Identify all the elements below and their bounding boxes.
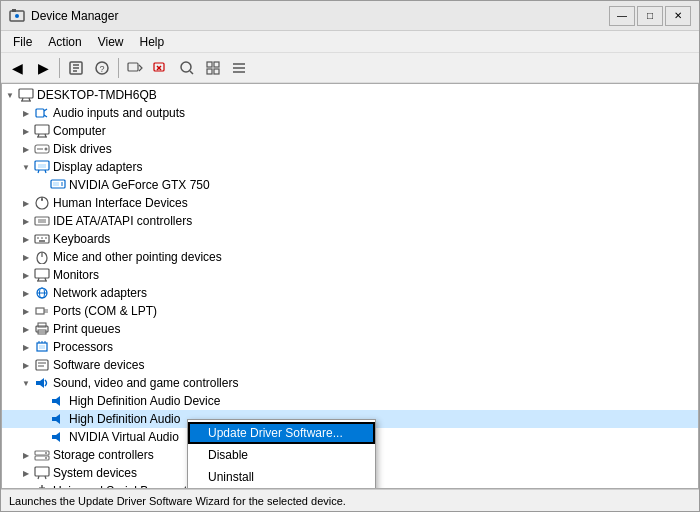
uninstall-button[interactable] xyxy=(149,56,173,80)
hd-audio-label: High Definition Audio xyxy=(69,410,180,428)
tree-item-print-queues[interactable]: ▶ Print queues xyxy=(2,320,698,338)
svg-rect-39 xyxy=(38,164,46,168)
print-queues-icon xyxy=(34,321,50,337)
tree-item-software-devices[interactable]: ▶ Software devices xyxy=(2,356,698,374)
root-label: DESKTOP-TMDH6QB xyxy=(37,86,157,104)
storage-toggle[interactable]: ▶ xyxy=(18,446,34,464)
tree-item-network[interactable]: ▶ Network adapters xyxy=(2,284,698,302)
sound-toggle[interactable]: ▼ xyxy=(18,374,34,392)
svg-rect-26 xyxy=(36,109,44,117)
svg-marker-85 xyxy=(56,432,60,442)
tree-root[interactable]: ▼ DESKTOP-TMDH6QB xyxy=(2,86,698,104)
toolbar-separator-2 xyxy=(118,58,119,78)
tree-item-monitors[interactable]: ▶ Monitors xyxy=(2,266,698,284)
menu-file[interactable]: File xyxy=(5,33,40,51)
ide-toggle[interactable]: ▶ xyxy=(18,212,34,230)
processors-toggle[interactable]: ▶ xyxy=(18,338,34,356)
title-bar: Device Manager — □ ✕ xyxy=(1,1,699,31)
tree-item-hd-audio-device[interactable]: High Definition Audio Device xyxy=(2,392,698,410)
svg-text:?: ? xyxy=(99,64,104,74)
menu-view[interactable]: View xyxy=(90,33,132,51)
hd-audio-icon xyxy=(50,411,66,427)
svg-rect-18 xyxy=(214,69,219,74)
update-driver-button[interactable] xyxy=(123,56,147,80)
monitors-label: Monitors xyxy=(53,266,99,284)
context-menu-uninstall[interactable]: Uninstall xyxy=(188,466,375,488)
keyboards-label: Keyboards xyxy=(53,230,110,248)
ide-label: IDE ATA/ATAPI controllers xyxy=(53,212,192,230)
svg-point-89 xyxy=(45,457,47,459)
disk-drives-icon xyxy=(34,141,50,157)
tree-item-disk-drives[interactable]: ▶ Disk drives xyxy=(2,140,698,158)
svg-rect-41 xyxy=(53,182,59,186)
tree-item-sound[interactable]: ▼ Sound, video and game controllers xyxy=(2,374,698,392)
system-devices-toggle[interactable]: ▶ xyxy=(18,464,34,482)
window-controls: — □ ✕ xyxy=(609,6,691,26)
network-icon xyxy=(34,285,50,301)
svg-rect-84 xyxy=(52,435,56,439)
tree-item-processors[interactable]: ▶ Processors xyxy=(2,338,698,356)
menu-help[interactable]: Help xyxy=(132,33,173,51)
collapse-button[interactable] xyxy=(201,56,225,80)
audio-inputs-toggle[interactable]: ▶ xyxy=(18,104,34,122)
menu-action[interactable]: Action xyxy=(40,33,89,51)
tree-item-nvidia-gtx[interactable]: NVIDIA GeForce GTX 750 xyxy=(2,176,698,194)
tree-item-audio-inputs[interactable]: ▶ Audio inputs and outputs xyxy=(2,104,698,122)
print-queues-toggle[interactable]: ▶ xyxy=(18,320,34,338)
properties-button[interactable] xyxy=(64,56,88,80)
display-adapters-toggle[interactable]: ▼ xyxy=(18,158,34,176)
device-manager-window: Device Manager — □ ✕ File Action View He… xyxy=(0,0,700,512)
storage-label: Storage controllers xyxy=(53,446,154,464)
help-button[interactable]: ? xyxy=(90,56,114,80)
tree-item-ide[interactable]: ▶ IDE ATA/ATAPI controllers xyxy=(2,212,698,230)
tree-item-hid[interactable]: ▶ Human Interface Devices xyxy=(2,194,698,212)
svg-rect-57 xyxy=(35,269,49,278)
tree-item-display-adapters[interactable]: ▼ Display adapters xyxy=(2,158,698,176)
mice-icon xyxy=(34,249,50,265)
hid-toggle[interactable]: ▶ xyxy=(18,194,34,212)
context-menu-update-driver[interactable]: Update Driver Software... xyxy=(188,422,375,444)
view-button[interactable] xyxy=(227,56,251,80)
toolbar-separator-1 xyxy=(59,58,60,78)
status-bar: Launches the Update Driver Software Wiza… xyxy=(1,489,699,511)
ports-label: Ports (COM & LPT) xyxy=(53,302,157,320)
hd-audio-device-label: High Definition Audio Device xyxy=(69,392,220,410)
disk-drives-toggle[interactable]: ▶ xyxy=(18,140,34,158)
svg-marker-79 xyxy=(40,378,44,388)
tree-item-ports[interactable]: ▶ Ports (COM & LPT) xyxy=(2,302,698,320)
mice-toggle[interactable]: ▶ xyxy=(18,248,34,266)
tree-item-mice[interactable]: ▶ Mice and other pointing devices xyxy=(2,248,698,266)
tree-item-keyboards[interactable]: ▶ Keyboards xyxy=(2,230,698,248)
close-button[interactable]: ✕ xyxy=(665,6,691,26)
svg-point-2 xyxy=(15,14,19,18)
software-devices-toggle[interactable]: ▶ xyxy=(18,356,34,374)
context-menu-disable[interactable]: Disable xyxy=(188,444,375,466)
monitors-icon xyxy=(34,267,50,283)
hd-audio-toggle xyxy=(34,410,50,428)
svg-line-14 xyxy=(190,71,193,74)
ports-toggle[interactable]: ▶ xyxy=(18,302,34,320)
computer-label: Computer xyxy=(53,122,106,140)
svg-rect-50 xyxy=(35,235,49,243)
scan-button[interactable] xyxy=(175,56,199,80)
back-button[interactable]: ◀ xyxy=(5,56,29,80)
sound-icon xyxy=(34,375,50,391)
monitors-toggle[interactable]: ▶ xyxy=(18,266,34,284)
print-queues-label: Print queues xyxy=(53,320,120,338)
network-toggle[interactable]: ▶ xyxy=(18,284,34,302)
usb-toggle[interactable]: ▶ xyxy=(18,482,34,489)
nvidia-virtual-toggle xyxy=(34,428,50,446)
root-toggle[interactable]: ▼ xyxy=(2,86,18,104)
tree-item-computer[interactable]: ▶ Computer xyxy=(2,122,698,140)
svg-rect-1 xyxy=(12,9,16,12)
svg-rect-82 xyxy=(52,417,56,421)
processors-icon xyxy=(34,339,50,355)
maximize-button[interactable]: □ xyxy=(637,6,663,26)
minimize-button[interactable]: — xyxy=(609,6,635,26)
svg-rect-9 xyxy=(128,63,138,71)
storage-icon xyxy=(34,447,50,463)
keyboards-toggle[interactable]: ▶ xyxy=(18,230,34,248)
device-tree[interactable]: ▼ DESKTOP-TMDH6QB ▶ Audio inputs and out… xyxy=(1,83,699,489)
computer-toggle[interactable]: ▶ xyxy=(18,122,34,140)
forward-button[interactable]: ▶ xyxy=(31,56,55,80)
